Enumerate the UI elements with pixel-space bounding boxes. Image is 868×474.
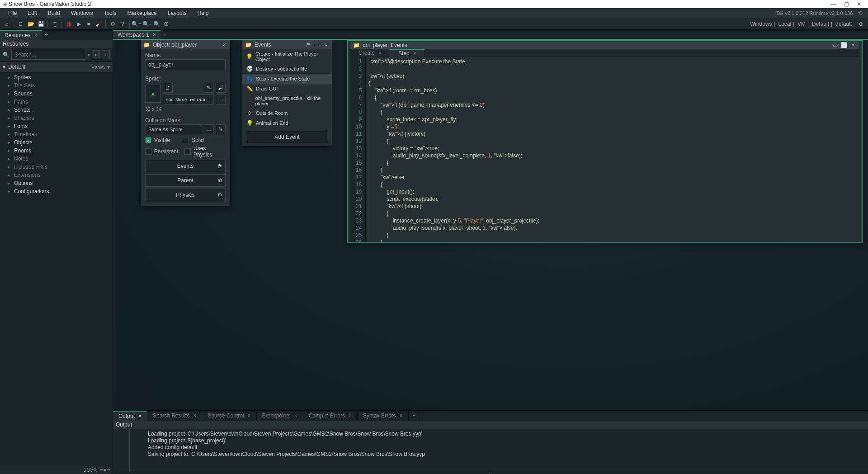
sprite-select-icon[interactable]: 🗋 bbox=[163, 83, 173, 93]
target-icon[interactable]: ⊕ bbox=[856, 19, 866, 29]
parent-button[interactable]: Parent ⧉ bbox=[145, 174, 226, 187]
resource-item[interactable]: Paths bbox=[0, 98, 113, 106]
workspace-tab[interactable]: Workspace 1 × bbox=[113, 30, 160, 39]
status-vm[interactable]: VM bbox=[796, 21, 807, 27]
resources-tab[interactable]: Resources × bbox=[0, 30, 42, 40]
resource-item[interactable]: Options bbox=[0, 179, 113, 187]
name-input[interactable]: obj_player bbox=[145, 59, 226, 70]
close-pane-icon[interactable]: × bbox=[323, 42, 329, 48]
resource-item[interactable]: Configurations bbox=[0, 187, 113, 195]
close-pane-icon[interactable]: × bbox=[850, 42, 856, 49]
help-icon[interactable]: ? bbox=[118, 19, 127, 29]
physics-button[interactable]: Physics ⚙ bbox=[145, 189, 226, 201]
resource-item[interactable]: Sprites bbox=[0, 73, 113, 81]
resource-item[interactable]: Rooms bbox=[0, 147, 113, 155]
output-tab[interactable]: Compile Errors× bbox=[303, 411, 358, 421]
resource-item[interactable]: Shaders bbox=[0, 114, 113, 122]
resource-item[interactable]: Sounds bbox=[0, 90, 113, 98]
minimize-pane-icon[interactable]: — bbox=[314, 42, 320, 48]
save-icon[interactable]: 💾 bbox=[36, 19, 46, 29]
menu-marketplace[interactable]: Marketplace bbox=[122, 10, 162, 16]
physics-checkbox[interactable] bbox=[184, 148, 191, 155]
zoom-in-icon[interactable]: 🔍+ bbox=[132, 19, 142, 29]
expand-icon[interactable]: ⊞ bbox=[161, 19, 171, 29]
close-button[interactable]: ✕ bbox=[853, 1, 865, 7]
close-tab-icon[interactable]: × bbox=[349, 412, 352, 419]
close-tab-icon[interactable]: × bbox=[378, 49, 382, 57]
clean-icon[interactable]: 🧹 bbox=[94, 19, 104, 29]
sprite-paint-icon[interactable]: 🖌 bbox=[216, 83, 226, 93]
sprite-edit-icon[interactable]: ✎ bbox=[204, 83, 214, 93]
open-icon[interactable]: 📂 bbox=[26, 19, 36, 29]
close-tab-icon[interactable]: × bbox=[247, 412, 250, 419]
close-tab-icon[interactable]: × bbox=[400, 412, 403, 419]
menu-layouts[interactable]: Layouts bbox=[162, 10, 192, 16]
output-tab[interactable]: Search Results× bbox=[147, 411, 202, 421]
output-tab[interactable]: Source Control× bbox=[202, 411, 256, 421]
menu-help[interactable]: Help bbox=[192, 10, 214, 16]
status-local[interactable]: Local bbox=[776, 21, 793, 27]
default-dropdown-icon[interactable]: ▾ bbox=[3, 64, 5, 70]
resource-item[interactable]: Scripts bbox=[0, 106, 113, 114]
status-windows[interactable]: Windows bbox=[748, 21, 774, 27]
sprite-name[interactable]: spr_slime_entranc... bbox=[163, 95, 214, 104]
persistent-checkbox[interactable] bbox=[145, 148, 151, 155]
code-tab[interactable]: Create× bbox=[350, 49, 390, 57]
resource-item[interactable]: Notes bbox=[0, 155, 113, 163]
event-item[interactable]: 👣Step - Execute the State bbox=[242, 74, 332, 84]
event-item[interactable]: 💡Animation End bbox=[242, 118, 332, 128]
menu-edit[interactable]: Edit bbox=[22, 10, 42, 16]
add-workspace-icon[interactable]: + bbox=[160, 30, 170, 39]
maximize-pane-icon[interactable]: ⬜ bbox=[841, 42, 847, 49]
prev-button[interactable]: ‹ bbox=[92, 50, 100, 59]
output-tab[interactable]: Breakpoints× bbox=[257, 411, 303, 421]
play-icon[interactable]: ▶ bbox=[74, 19, 84, 29]
output-tab[interactable]: Syntax Errors× bbox=[358, 411, 409, 421]
close-tab-icon[interactable]: × bbox=[153, 32, 156, 38]
restore-pane-icon[interactable]: ▭ bbox=[832, 42, 838, 49]
resource-item[interactable]: Fonts bbox=[0, 122, 113, 130]
views-label[interactable]: Views ▾ bbox=[91, 64, 110, 70]
resource-item[interactable]: Timelines bbox=[0, 130, 113, 138]
status-default1[interactable]: Default bbox=[810, 21, 831, 27]
resource-item[interactable]: Tile Sets bbox=[0, 81, 113, 90]
mask-edit-icon[interactable]: ✎ bbox=[216, 124, 226, 134]
event-item[interactable]: 💡Create - Initialize The Player Object bbox=[242, 49, 332, 64]
resource-item[interactable]: Extensions bbox=[0, 171, 113, 179]
stop-icon[interactable]: ■ bbox=[84, 19, 94, 29]
zoom-out-icon[interactable]: 🔍- bbox=[142, 19, 151, 29]
home-icon[interactable]: ⌂ bbox=[2, 19, 12, 29]
close-tab-icon[interactable]: × bbox=[34, 32, 37, 38]
add-output-tab[interactable]: + bbox=[409, 411, 420, 421]
menu-windows[interactable]: Windows bbox=[66, 10, 99, 16]
workspace-canvas[interactable]: 📁 Object: obj_player × Name: obj_player … bbox=[113, 40, 868, 410]
menu-file[interactable]: File bbox=[3, 10, 22, 16]
output-tab[interactable]: Output× bbox=[113, 411, 147, 421]
close-tab-icon[interactable]: × bbox=[294, 412, 297, 419]
flag-icon[interactable]: ⚑ bbox=[305, 42, 311, 48]
debug-icon[interactable]: 🐞 bbox=[64, 19, 74, 29]
menu-build[interactable]: Build bbox=[42, 10, 66, 16]
close-tab-icon[interactable]: × bbox=[193, 412, 196, 419]
solid-checkbox[interactable] bbox=[183, 137, 189, 143]
visible-checkbox[interactable] bbox=[145, 137, 151, 143]
game-options-icon[interactable]: ⚙ bbox=[108, 19, 118, 29]
sprite-more-icon[interactable]: … bbox=[216, 95, 226, 104]
event-item[interactable]: 💀Destroy - subtract a life bbox=[242, 64, 332, 74]
event-item[interactable]: ✏️Draw GUI bbox=[242, 84, 332, 94]
add-tab-icon[interactable]: + bbox=[42, 30, 51, 40]
zoom-reset-icon[interactable]: 🔍 bbox=[151, 19, 161, 29]
sync-icon[interactable]: ⟲ bbox=[855, 10, 865, 16]
create-exe-icon[interactable]: ⬚ bbox=[50, 19, 60, 29]
resource-item[interactable]: Included Files bbox=[0, 163, 113, 171]
status-default2[interactable]: default bbox=[834, 21, 854, 27]
new-icon[interactable]: 🗋 bbox=[16, 19, 26, 29]
add-event-button[interactable]: Add Event bbox=[247, 131, 327, 143]
code-tab[interactable]: Step× bbox=[390, 49, 425, 57]
code-editor[interactable]: "cmt">///@description Execute the State … bbox=[366, 57, 859, 243]
mask-more-icon[interactable]: … bbox=[204, 124, 214, 134]
close-pane-icon[interactable]: × bbox=[221, 42, 227, 48]
zoom-slider[interactable]: ━●━ bbox=[100, 467, 110, 473]
collapse-handle[interactable]: ︿ bbox=[113, 471, 868, 474]
search-input[interactable] bbox=[11, 50, 85, 60]
